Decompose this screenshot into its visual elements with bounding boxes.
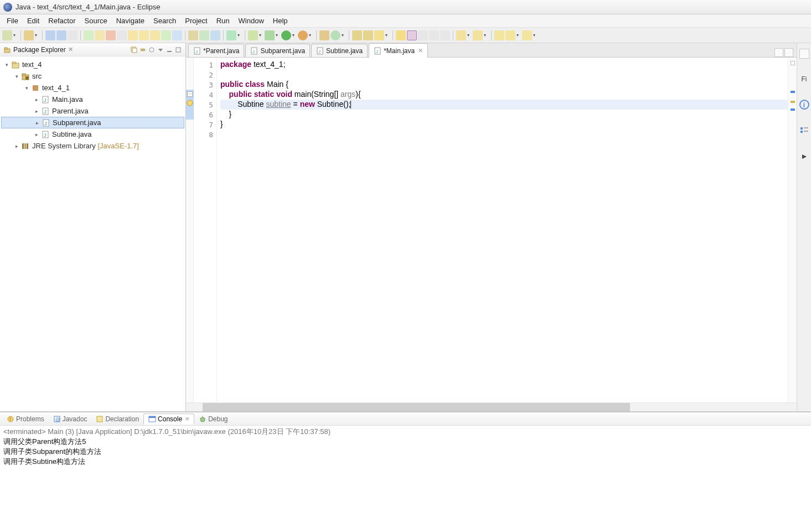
search-button[interactable] bbox=[374, 30, 384, 40]
minimize-view-icon[interactable] bbox=[166, 46, 173, 54]
toggle-breadcrumb-button[interactable] bbox=[407, 30, 417, 40]
close-view-icon[interactable]: ✕ bbox=[185, 416, 189, 422]
coverage-dropdown-icon[interactable]: ▾ bbox=[309, 33, 313, 38]
overview-ruler[interactable] bbox=[788, 58, 797, 402]
editor-tab-subtine[interactable]: J Subtine.java bbox=[311, 44, 368, 57]
save-all-button[interactable] bbox=[56, 30, 66, 40]
view-menu-icon[interactable] bbox=[157, 46, 164, 54]
resume-button[interactable] bbox=[84, 30, 94, 40]
last-edit-button[interactable] bbox=[494, 30, 504, 40]
forward-dropdown-icon[interactable]: ▾ bbox=[533, 33, 538, 38]
disconnect-button[interactable] bbox=[117, 30, 127, 40]
annotation-ruler[interactable] bbox=[186, 58, 194, 402]
run-button[interactable] bbox=[265, 30, 275, 40]
outline-trim-icon[interactable] bbox=[799, 126, 809, 136]
open-type-button[interactable] bbox=[188, 30, 198, 40]
collapse-icon[interactable]: ▸ bbox=[33, 96, 40, 103]
next-annotation-dropdown-icon[interactable]: ▾ bbox=[467, 33, 472, 38]
skip-breakpoints-button[interactable] bbox=[226, 30, 236, 40]
search-dropdown-icon[interactable]: ▾ bbox=[385, 33, 390, 38]
new-java-class-button[interactable] bbox=[210, 30, 220, 40]
run-last-dropdown-icon[interactable]: ▾ bbox=[292, 33, 297, 38]
back-dropdown-icon[interactable]: ▾ bbox=[516, 33, 521, 38]
save-button[interactable] bbox=[45, 30, 55, 40]
menu-window[interactable]: Window bbox=[234, 16, 268, 26]
javadoc-tab[interactable]: @ Javadoc bbox=[49, 414, 92, 424]
package-explorer-tree[interactable]: ▾ text_4 ▾ src ▾ text_4_1 ▸ J Main.java … bbox=[0, 56, 185, 411]
problems-tab[interactable]: ! Problems bbox=[2, 414, 49, 424]
tree-src[interactable]: ▾ src bbox=[1, 70, 184, 82]
collapse-all-icon[interactable] bbox=[130, 46, 138, 54]
warning-marker-icon[interactable] bbox=[187, 100, 193, 106]
findbar-trim-item[interactable]: Fi bbox=[802, 75, 807, 83]
menu-project[interactable]: Project bbox=[180, 16, 211, 26]
debug-button[interactable] bbox=[248, 30, 258, 40]
prev-annotation-button[interactable] bbox=[473, 30, 483, 40]
open-resource-button[interactable] bbox=[363, 30, 373, 40]
print-button[interactable] bbox=[68, 30, 78, 40]
expand-icon[interactable]: ▾ bbox=[23, 85, 30, 91]
minimize-editor-icon[interactable] bbox=[774, 48, 783, 57]
close-view-icon[interactable]: ✕ bbox=[68, 46, 73, 53]
declaration-tab[interactable]: Declaration bbox=[91, 414, 143, 424]
new-button[interactable] bbox=[2, 30, 12, 40]
restore-icon[interactable] bbox=[799, 49, 809, 59]
open-project-dropdown-icon[interactable]: ▾ bbox=[35, 33, 39, 38]
skip-breakpoints-dropdown-icon[interactable]: ▾ bbox=[237, 33, 242, 38]
expand-icon[interactable]: ▾ bbox=[3, 61, 10, 68]
step-over-button[interactable] bbox=[139, 30, 149, 40]
menu-source[interactable]: Source bbox=[80, 16, 112, 26]
tree-jre-library[interactable]: ▸ JRE System Library [JavaSE-1.7] bbox=[1, 140, 184, 152]
collapse-icon[interactable]: ▸ bbox=[13, 143, 20, 149]
run-dropdown-icon[interactable]: ▾ bbox=[276, 33, 280, 38]
drop-to-frame-button[interactable] bbox=[161, 30, 171, 40]
menu-refactor[interactable]: Refactor bbox=[44, 16, 80, 26]
toggle-block-selection-button[interactable] bbox=[429, 30, 439, 40]
editor-tab-main[interactable]: J *Main.java ✕ bbox=[369, 43, 428, 58]
show-whitespace-button[interactable] bbox=[418, 30, 428, 40]
info-icon[interactable]: i bbox=[799, 100, 809, 110]
suspend-button[interactable] bbox=[95, 30, 105, 40]
menu-run[interactable]: Run bbox=[212, 16, 234, 26]
link-editor-icon[interactable] bbox=[139, 46, 147, 54]
terminate-button[interactable] bbox=[106, 30, 116, 40]
editor-tab-parent[interactable]: J *Parent.java bbox=[188, 44, 244, 57]
collapse-icon[interactable]: ▸ bbox=[33, 108, 40, 115]
maximize-view-icon[interactable] bbox=[174, 46, 182, 54]
marker-trim-icon[interactable] bbox=[800, 153, 808, 161]
run-last-button[interactable] bbox=[281, 30, 291, 40]
tree-file-subtine[interactable]: ▸ J Subtine.java bbox=[1, 128, 184, 140]
focus-task-icon[interactable] bbox=[148, 46, 156, 54]
step-filters-button[interactable] bbox=[172, 30, 182, 40]
console-tab[interactable]: Console ✕ bbox=[143, 414, 194, 425]
show-annotations-button[interactable] bbox=[440, 30, 450, 40]
build-button[interactable] bbox=[330, 30, 340, 40]
line-number-gutter[interactable]: 1 2 3 −4 5 6 7 8 bbox=[194, 58, 217, 402]
collapse-icon[interactable]: ▸ bbox=[34, 120, 40, 126]
tree-file-parent[interactable]: ▸ J Parent.java bbox=[1, 105, 184, 117]
new-java-package-button[interactable] bbox=[199, 30, 209, 40]
next-annotation-button[interactable] bbox=[456, 30, 466, 40]
fold-toggle-icon[interactable]: − bbox=[187, 91, 193, 97]
collapse-icon[interactable]: ▸ bbox=[33, 131, 40, 138]
coverage-button[interactable] bbox=[298, 30, 308, 40]
close-tab-icon[interactable]: ✕ bbox=[418, 47, 423, 54]
open-project-button[interactable] bbox=[24, 30, 34, 40]
menu-search[interactable]: Search bbox=[149, 16, 180, 26]
menu-navigate[interactable]: Navigate bbox=[112, 16, 149, 26]
prev-annotation-dropdown-icon[interactable]: ▾ bbox=[484, 33, 488, 38]
new-dropdown-icon[interactable]: ▾ bbox=[13, 33, 18, 38]
editor-tab-subparent[interactable]: J Subparent.java bbox=[245, 44, 310, 57]
menu-file[interactable]: File bbox=[2, 16, 23, 26]
editor-horizontal-scrollbar[interactable] bbox=[186, 402, 797, 411]
back-button[interactable] bbox=[505, 30, 515, 40]
menu-help[interactable]: Help bbox=[268, 16, 292, 26]
debug-tab[interactable]: Debug bbox=[194, 414, 232, 424]
maximize-editor-icon[interactable] bbox=[784, 48, 793, 57]
tree-project[interactable]: ▾ text_4 bbox=[1, 59, 184, 70]
tree-file-main[interactable]: ▸ J Main.java bbox=[1, 94, 184, 105]
build-dropdown-icon[interactable]: ▾ bbox=[342, 33, 346, 38]
expand-icon[interactable]: ▾ bbox=[13, 73, 20, 80]
step-return-button[interactable] bbox=[150, 30, 160, 40]
toggle-mark-button[interactable] bbox=[396, 30, 406, 40]
